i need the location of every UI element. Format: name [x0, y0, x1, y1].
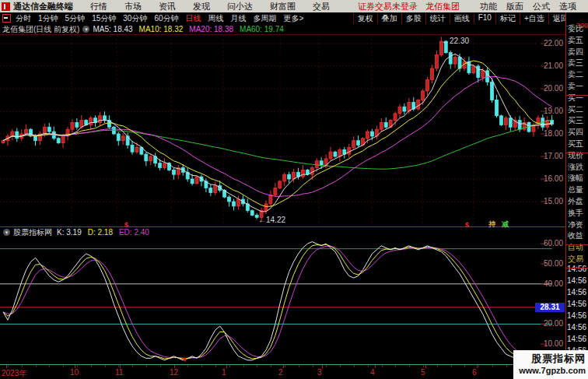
menu-item[interactable]: 问小达	[227, 1, 253, 12]
trade-time-row: 14:56	[567, 265, 586, 273]
date-label: 2023年	[2, 368, 26, 379]
indicator-panel[interactable]: 60.0050.0040.0020.0010.0028.31	[0, 237, 565, 364]
view-mode-icon[interactable]	[2, 14, 11, 23]
candle-body	[481, 71, 485, 78]
indicator-axis-label: 50.00	[537, 259, 563, 268]
period-tab-更多>[interactable]: 更多>	[284, 13, 304, 24]
candle-body	[159, 163, 162, 168]
menu-item[interactable]: 功能	[480, 1, 497, 12]
tool-复权[interactable]: 复权	[353, 13, 377, 24]
menu-item[interactable]: 发现	[193, 1, 210, 12]
period-tab-分时[interactable]: 分时	[16, 13, 31, 24]
candle-body	[292, 172, 296, 179]
sidebar-row-卖一: 卖一	[568, 81, 583, 92]
period-tab-多周期[interactable]: 多周期	[254, 13, 277, 24]
sidebar-row-卖五: 卖五	[568, 35, 583, 46]
menu-item[interactable]: 版面	[506, 1, 523, 12]
signal-marker: $	[124, 222, 128, 229]
candle-body	[99, 116, 102, 123]
period-tab-日线[interactable]: 日线	[186, 13, 201, 24]
tool-画线[interactable]: 画线	[450, 13, 474, 24]
period-tab-60分钟[interactable]: 60分钟	[154, 13, 178, 24]
candle-body	[145, 154, 148, 161]
sidebar-row-卖三: 卖三	[568, 58, 583, 68]
period-tab-15分钟[interactable]: 15分钟	[92, 13, 116, 24]
login-status[interactable]: 证券交易未登录	[358, 1, 418, 12]
minor-tick	[201, 365, 202, 367]
candle-body	[380, 123, 383, 130]
sidebar-divider	[566, 268, 588, 268]
sidebar-divider	[566, 26, 588, 26]
minor-tick	[451, 365, 452, 367]
candle-body	[283, 174, 286, 181]
minor-tick	[91, 365, 92, 367]
period-tab-1分钟[interactable]: 1分钟	[38, 13, 58, 24]
main-candlestick-chart[interactable]: 22.0021.0020.0019.0018.0017.0016.0015.00…	[0, 35, 565, 226]
menu-item[interactable]: 财富圈	[270, 1, 296, 12]
tool-多股[interactable]: 多股	[401, 13, 425, 24]
sidebar-row-交易[interactable]: 交易	[568, 254, 583, 265]
tool-F10[interactable]: F10	[474, 13, 495, 24]
menu-item[interactable]: 公式	[533, 1, 550, 12]
menu-item[interactable]: 交易	[313, 1, 330, 12]
minor-tick	[313, 365, 313, 367]
candle-body	[477, 66, 480, 78]
menu-item[interactable]: 行情	[90, 1, 107, 12]
candle-body	[417, 100, 420, 110]
indicator-header: ▾ 股票指标网 K: 3.19D: 2.18ED: 2.40	[0, 226, 565, 237]
tool-统计[interactable]: 统计	[425, 13, 450, 24]
ma-label: MA10: 18.32	[139, 25, 184, 33]
ma-label: MA5: 18.43	[93, 25, 132, 33]
candle-body	[398, 107, 401, 114]
menu-item[interactable]: 资讯	[159, 1, 176, 12]
signal-marker: 减	[502, 221, 509, 228]
major-tick	[283, 365, 284, 368]
tool-叠加[interactable]: 叠加	[377, 13, 401, 24]
sidebar-row-涨跌: 涨跌	[568, 162, 583, 173]
period-tab-月线[interactable]: 月线	[231, 13, 247, 24]
sidebar-row-买四: 买四	[568, 127, 583, 138]
minor-tick	[409, 365, 410, 367]
sidebar-row-卖二: 卖二	[568, 69, 583, 80]
menu-item[interactable]: 选项	[559, 1, 576, 12]
ma-labels: MA5: 18.43MA10: 18.32MA20: 18.38MA60: 19…	[93, 25, 289, 33]
menu-item[interactable]: 市场	[124, 1, 142, 12]
candle-body	[334, 152, 337, 156]
major-tick	[322, 365, 323, 368]
period-tab-周线[interactable]: 周线	[208, 13, 224, 24]
collapse-icon[interactable]: ▾	[3, 229, 10, 236]
period-tab-5分钟[interactable]: 5分钟	[65, 13, 86, 24]
candle-body	[357, 141, 360, 146]
ma-label: MA60: 19.74	[240, 25, 284, 33]
period-tab-30分钟[interactable]: 30分钟	[123, 13, 147, 24]
candle-body	[209, 188, 212, 193]
date-label: 6	[472, 368, 477, 377]
candle-body	[403, 107, 406, 111]
candle-body	[250, 211, 254, 216]
minor-tick	[229, 365, 230, 367]
sidebar-row-外盘: 外盘	[568, 196, 583, 207]
tool-标记[interactable]: 标记	[495, 13, 520, 24]
tool-+自选[interactable]: +自选	[520, 13, 548, 24]
indicator-axis-label: 40.00	[537, 279, 563, 288]
chart-title: 龙佰集团(日线 前复权)	[2, 24, 79, 35]
date-label: 4	[370, 368, 375, 377]
sidebar-divider	[566, 244, 588, 245]
chart-tools: 复权叠加多股统计画线F10标记+自选返回R	[353, 13, 588, 24]
candle-body	[131, 146, 134, 153]
date-label: 2	[278, 368, 283, 377]
ma20-line	[3, 76, 552, 196]
minor-tick	[423, 365, 424, 367]
candle-body	[435, 55, 438, 68]
collapse-icon[interactable]: ▾	[82, 26, 89, 33]
watermark-url: www.7gpzb.com	[513, 366, 586, 375]
candle-body	[495, 100, 499, 116]
candle-body	[121, 136, 124, 141]
candle-body	[16, 132, 19, 139]
sidebar-row-涨幅: 涨幅	[568, 173, 583, 184]
candle-body	[80, 121, 83, 128]
minor-tick	[506, 365, 507, 367]
stock-shortcut[interactable]: 龙佰集团	[425, 1, 460, 12]
minor-tick	[118, 365, 119, 367]
sidebar-row-总量: 总量	[568, 184, 583, 195]
